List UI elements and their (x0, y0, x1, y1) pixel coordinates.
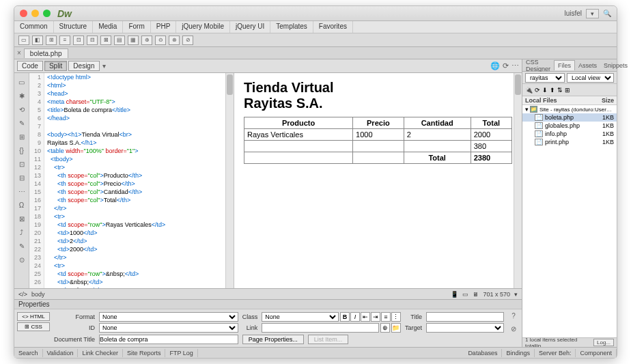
bottom-tab-validation[interactable]: Validation (43, 349, 79, 357)
link-browse-button[interactable]: ⊕ (380, 323, 390, 333)
site-select[interactable]: rayitas (525, 73, 565, 83)
gutter-icon[interactable]: ✎ (17, 241, 27, 251)
class-select[interactable]: None (262, 312, 339, 322)
scrollbar[interactable] (225, 73, 234, 288)
doctitle-input[interactable] (99, 335, 238, 344)
gutter-icon[interactable]: ⊟ (17, 173, 27, 182)
menu-media[interactable]: Media (93, 21, 123, 33)
gutter-icon[interactable]: ✱ (17, 91, 27, 100)
toolbar-icon[interactable]: ⊟ (87, 36, 98, 45)
gutter-icon[interactable]: ⤴ (17, 227, 27, 237)
tag-path[interactable]: body (31, 291, 45, 298)
live-view-icon[interactable]: 🌐 (490, 61, 500, 70)
connect-icon[interactable]: 🔌 (525, 87, 533, 94)
toolbar-icon[interactable]: ⊠ (100, 36, 111, 45)
bottom-tab-site-reports[interactable]: Site Reports (123, 349, 166, 357)
toolbar-icon[interactable]: ▤ (114, 36, 125, 45)
page-properties-button[interactable]: Page Properties... (242, 335, 304, 344)
title-input[interactable] (426, 312, 504, 322)
toolbar-icon[interactable]: ⊡ (73, 36, 84, 45)
menu-php[interactable]: PHP (151, 21, 177, 33)
minimize-window-button[interactable] (31, 10, 39, 17)
menu-templates[interactable]: Templates (270, 21, 313, 33)
bottom-tab-server-beh-[interactable]: Server Beh: (535, 349, 576, 357)
panel-tab-css-designer[interactable]: CSS Designer (522, 57, 554, 74)
menu-form[interactable]: Form (123, 21, 150, 33)
italic-button[interactable]: I (350, 312, 360, 322)
bottom-tab-ftp-log[interactable]: FTP Log (165, 349, 197, 357)
design-preview[interactable]: Tienda VirtualRayitas S.A. ProductoPreci… (234, 73, 522, 288)
toolbar-icon[interactable]: ⊗ (169, 36, 180, 45)
file-header-name[interactable]: Local Files (522, 96, 598, 104)
link-folder-button[interactable]: 📁 (391, 323, 401, 333)
split-view-button[interactable]: Split (44, 61, 67, 71)
gutter-icon[interactable]: ⋯ (17, 186, 27, 196)
toolbar-icon[interactable]: ▭ (18, 36, 29, 45)
id-select[interactable]: None (99, 323, 238, 333)
toolbar-icon[interactable]: ▦ (128, 36, 139, 45)
css-mode-button[interactable]: ⊞ CSS (17, 322, 50, 331)
maximize-window-button[interactable] (43, 10, 51, 17)
log-button[interactable]: Log... (593, 339, 614, 346)
file-header-size[interactable]: Size (598, 96, 617, 104)
menu-structure[interactable]: Structure (54, 21, 94, 33)
toolbar-icon[interactable]: ◧ (32, 36, 43, 45)
scrollbar[interactable] (514, 73, 522, 288)
get-icon[interactable]: ⬇ (542, 87, 548, 94)
close-window-button[interactable] (20, 10, 27, 17)
design-view-button[interactable]: Design (68, 61, 99, 71)
put-icon[interactable]: ⬆ (550, 87, 555, 94)
bottom-tab-databases[interactable]: Databases (464, 349, 502, 357)
gutter-icon[interactable]: ⊡ (17, 159, 27, 169)
code-view-button[interactable]: Code (17, 61, 43, 71)
gutter-icon[interactable]: ▭ (17, 77, 27, 87)
panel-tab-files[interactable]: Files (554, 60, 575, 70)
toolbar-icon[interactable]: ⊞ (46, 36, 57, 45)
document-tab[interactable]: boleta.php (24, 48, 68, 58)
file-row[interactable]: 📄boleta.php1KB (522, 113, 617, 122)
target-select[interactable] (426, 323, 504, 333)
refresh-icon[interactable]: ⟳ (503, 61, 509, 70)
panel-tab-snippets[interactable]: Snippets (600, 61, 631, 70)
site-root[interactable]: ▾📁 Site - rayitas (donduro:Users:luisf..… (522, 105, 617, 113)
indent-button[interactable]: ⇥ (371, 312, 380, 322)
file-row[interactable]: 📄info.php1KB (522, 130, 617, 138)
outdent-button[interactable]: ⇤ (361, 312, 370, 322)
layout-dropdown[interactable]: ▾ (586, 9, 599, 18)
gutter-icon[interactable]: ⟲ (17, 104, 27, 114)
bottom-tab-bindings[interactable]: Bindings (502, 349, 535, 357)
gutter-icon[interactable]: ⊠ (17, 214, 27, 223)
toolbar-icon[interactable]: ⊘ (182, 36, 193, 45)
menu-jquery-mobile[interactable]: jQuery Mobile (176, 21, 230, 33)
expand-icon[interactable]: ⊞ (565, 87, 570, 94)
bottom-tab-search[interactable]: Search (14, 349, 43, 357)
sync-icon[interactable]: ⇅ (557, 87, 563, 94)
device-icon[interactable]: 📱 (451, 291, 458, 298)
toolbar-icon[interactable]: ⊕ (141, 36, 152, 45)
code-editor[interactable]: 1<!doctype html>2<html>3<head>4<meta cha… (29, 73, 234, 288)
view-select[interactable]: Local view (567, 73, 614, 83)
tag-path-start[interactable]: </> (18, 291, 27, 298)
quick-tag-icon[interactable]: ⊘ (508, 325, 519, 333)
html-mode-button[interactable]: <> HTML (17, 312, 50, 321)
link-input[interactable] (262, 323, 379, 333)
gutter-icon[interactable]: ⊙ (17, 255, 27, 264)
menu-favorites[interactable]: Favorites (313, 21, 353, 33)
panel-tab-assets[interactable]: Assets (575, 61, 600, 70)
file-row[interactable]: 📄globales.php1KB (522, 122, 617, 130)
toolbar-icon[interactable]: ⊖ (155, 36, 166, 45)
format-select[interactable]: None (99, 312, 238, 322)
desktop-icon[interactable]: 🖥 (473, 291, 479, 298)
search-icon[interactable]: 🔍 (603, 10, 611, 17)
options-icon[interactable]: ⋯ (511, 61, 519, 70)
size-dropdown[interactable]: ▾ (514, 291, 518, 298)
toolbar-icon[interactable]: ≡ (59, 36, 70, 45)
file-row[interactable]: 📄print.php1KB (522, 138, 617, 146)
gutter-icon[interactable]: {} (17, 145, 27, 155)
gutter-icon[interactable]: Ω (17, 200, 27, 210)
tablet-icon[interactable]: ▭ (462, 291, 468, 298)
help-icon[interactable]: ? (508, 312, 519, 320)
gutter-icon[interactable]: ✎ (17, 118, 27, 128)
refresh-icon[interactable]: ⟳ (535, 87, 540, 94)
menu-jquery-ui[interactable]: jQuery UI (230, 21, 270, 33)
